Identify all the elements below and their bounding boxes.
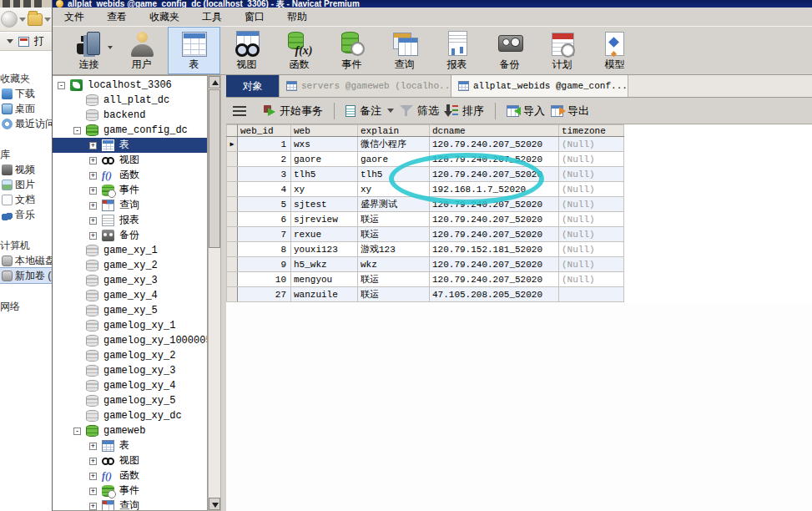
cell-web[interactable]: youxi123 <box>291 242 358 257</box>
cell-explain[interactable]: xy <box>358 182 430 197</box>
tree-item[interactable]: gamelog_xy_2 <box>53 348 207 363</box>
explorer-item[interactable]: 最近访问的 <box>0 116 52 131</box>
toolbar-button[interactable]: 表 <box>168 27 220 74</box>
row-selector-cell[interactable] <box>227 272 238 287</box>
tree-expand-toggle[interactable]: + <box>89 232 97 240</box>
row-selector-cell[interactable] <box>227 182 238 197</box>
cell-web[interactable]: sjreview <box>291 212 358 227</box>
tree-item[interactable]: + 查询 <box>53 498 207 511</box>
table-row[interactable]: 10 mengyou 联运 120.79.240.207_52020 (Null… <box>227 272 624 287</box>
cell-web-id[interactable]: 3 <box>238 167 291 182</box>
explorer-item[interactable]: 桌面 <box>0 101 52 116</box>
tree-expand-toggle[interactable]: + <box>89 443 97 450</box>
cell-web-id[interactable]: 2 <box>238 152 291 167</box>
cell-timezone[interactable]: (Null) <box>559 227 624 242</box>
open-label[interactable]: 打 <box>34 34 44 48</box>
tree-item[interactable]: + 表 <box>53 138 207 153</box>
cell-explain[interactable]: wkz <box>358 257 430 272</box>
menu-item[interactable]: 窗口 <box>245 10 265 24</box>
tree-expand-toggle[interactable]: + <box>89 217 97 225</box>
table-row[interactable]: 8 youxi123 游戏123 120.79.152.181_52020 (N… <box>227 242 624 257</box>
cell-explain[interactable]: 游戏123 <box>358 242 430 257</box>
cell-timezone[interactable]: (Null) <box>559 257 624 272</box>
cell-web-id[interactable]: 9 <box>238 257 291 272</box>
cell-explain[interactable]: 联运 <box>358 212 430 227</box>
toolbar-button[interactable]: 计划 <box>536 27 588 74</box>
tree-expand-toggle[interactable]: + <box>89 503 97 510</box>
cell-web[interactable]: h5_wkz <box>291 257 358 272</box>
row-selector-cell[interactable] <box>227 287 238 302</box>
toolbar-button[interactable]: 查询 <box>378 27 431 74</box>
menu-item[interactable]: 工具 <box>202 10 222 24</box>
cell-web[interactable]: sjtest <box>291 197 358 212</box>
import-button[interactable]: 导入 <box>507 104 545 119</box>
explorer-item[interactable]: 计算机 <box>0 238 52 253</box>
cell-web-id[interactable]: 27 <box>238 287 291 302</box>
row-selector-cell[interactable]: ▶ <box>227 137 238 152</box>
cell-web-id[interactable]: 4 <box>238 182 291 197</box>
table-row[interactable]: 4 xy xy 192.168.1.7_52020 (Null) <box>227 182 624 197</box>
grid-column-header[interactable]: web <box>291 125 358 137</box>
tree-expand-toggle[interactable]: - <box>58 82 65 89</box>
tree-item[interactable]: + 视图 <box>53 453 207 468</box>
explorer-item[interactable]: 收藏夹 <box>0 71 52 86</box>
filter-button[interactable]: 筛选 <box>400 104 439 119</box>
table-row[interactable]: 2 gaore gaore 120.79.240.207_52020 (Null… <box>227 152 624 167</box>
toolbar-button[interactable]: 备份 <box>483 27 536 74</box>
tree-expand-toggle[interactable]: + <box>89 458 97 465</box>
chevron-down-icon[interactable] <box>7 39 13 43</box>
tree-item[interactable]: game_xy_3 <box>53 273 207 288</box>
tree-item[interactable]: gamelog_xy_4 <box>53 378 207 393</box>
menu-item[interactable]: 查看 <box>107 10 127 24</box>
cell-dcname[interactable]: 120.79.240.207_52020 <box>430 197 559 212</box>
table-row[interactable]: 7 rexue 联运 120.79.240.207_52020 (Null) <box>227 227 624 242</box>
cell-dcname[interactable]: 120.79.240.207_52020 <box>430 152 559 167</box>
cell-web-id[interactable]: 7 <box>238 227 291 242</box>
cell-timezone[interactable]: (Null) <box>559 242 624 257</box>
row-selector-cell[interactable] <box>227 257 238 272</box>
cell-web[interactable]: wanzuile <box>291 287 358 302</box>
toolbar-button[interactable]: 函数 <box>273 27 325 74</box>
table-row[interactable]: 6 sjreview 联运 120.79.240.207_52020 (Null… <box>227 212 624 227</box>
cell-explain[interactable]: tlh5 <box>358 167 430 182</box>
cell-dcname[interactable]: 120.79.240.207_52020 <box>430 212 559 227</box>
tree-item[interactable]: gamelog_xy_5 <box>53 393 207 408</box>
cell-dcname[interactable]: 120.79.240.207_52020 <box>430 272 559 287</box>
cell-explain[interactable]: 联运 <box>358 287 430 302</box>
tree-item[interactable]: + 函数 <box>53 468 207 483</box>
cell-web[interactable]: wxs <box>291 137 358 152</box>
tree-item[interactable]: backend <box>53 108 207 123</box>
tree-expand-toggle[interactable]: + <box>89 187 97 195</box>
cell-web[interactable]: mengyou <box>291 272 358 287</box>
tree-item[interactable]: + 事件 <box>53 183 207 198</box>
cell-dcname[interactable]: 120.79.240.207_52020 <box>430 257 559 272</box>
tree-item[interactable]: game_xy_4 <box>53 288 207 303</box>
menu-item[interactable]: 帮助 <box>287 10 307 24</box>
tree-item[interactable]: - game_config_dc <box>53 123 207 138</box>
chevron-down-icon[interactable] <box>19 18 26 22</box>
tree-item[interactable]: gamelog_xy_1000005 <box>53 333 207 348</box>
scroll-down-button[interactable] <box>209 498 220 510</box>
cell-explain[interactable]: 联运 <box>358 227 430 242</box>
cell-web[interactable]: gaore <box>291 152 358 167</box>
cell-dcname[interactable]: 120.79.240.207_52020 <box>430 137 559 152</box>
back-button[interactable] <box>1 11 18 28</box>
grid-column-header[interactable]: timezone <box>559 125 624 137</box>
row-selector-cell[interactable] <box>227 212 238 227</box>
row-selector-cell[interactable] <box>227 197 238 212</box>
cell-dcname[interactable]: 192.168.1.7_52020 <box>430 182 559 197</box>
table-row[interactable]: ▶ 1 wxs 微信小程序 120.79.240.207_52020 (Null… <box>227 137 624 152</box>
tree-item[interactable]: game_xy_1 <box>53 243 207 258</box>
cell-dcname[interactable]: 47.105.208.205_52020 <box>430 287 559 302</box>
toolbar-button[interactable]: 连接 <box>63 27 115 74</box>
row-selector-cell[interactable] <box>227 167 238 182</box>
tree-expand-toggle[interactable]: + <box>89 473 97 480</box>
cell-web[interactable]: tlh5 <box>291 167 358 182</box>
tree-item[interactable]: + 表 <box>53 438 207 453</box>
row-selector-cell[interactable] <box>227 152 238 167</box>
begin-transaction-button[interactable]: 开始事务 <box>264 104 323 119</box>
toolbar-button[interactable]: 模型 <box>588 27 641 74</box>
grid-column-header[interactable]: explain <box>358 125 430 137</box>
explorer-item[interactable]: 图片 <box>0 177 52 192</box>
tree-item[interactable]: all_plat_dc <box>53 93 207 108</box>
